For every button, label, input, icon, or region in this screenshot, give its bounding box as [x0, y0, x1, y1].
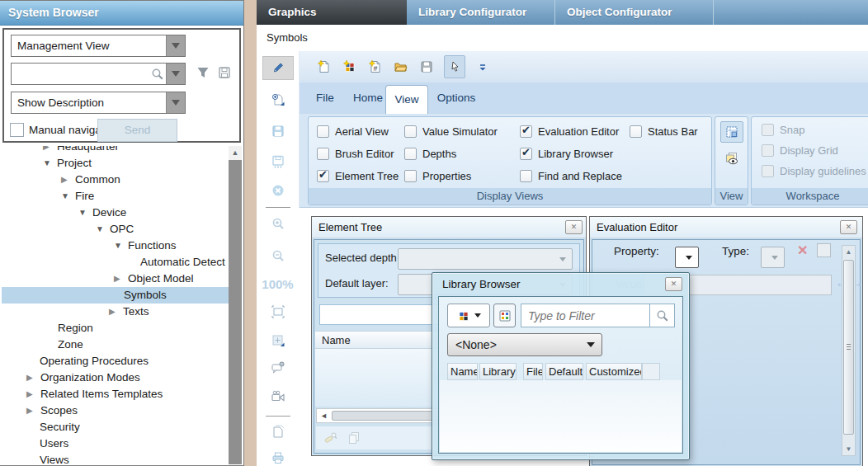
tree-item-automatic-detect[interactable]: Automatic Detect [2, 254, 229, 271]
camera-icon[interactable] [268, 388, 288, 406]
evaluation-editor-scrollbar[interactable]: ▲ ▼ [842, 245, 856, 456]
edit-key-icon[interactable] [324, 431, 337, 445]
checkbox-aerial-view[interactable]: Aerial View [317, 125, 404, 138]
tree-scrollbar[interactable]: ▲ [229, 146, 242, 464]
view-mode-button[interactable] [493, 304, 516, 327]
selected-depth-dropdown[interactable] [398, 248, 573, 270]
library-table-body[interactable] [440, 380, 682, 452]
add-page-icon[interactable] [268, 92, 288, 109]
scroll-left-icon[interactable]: ◄ [317, 409, 331, 422]
property-dropdown[interactable] [675, 247, 699, 268]
tree-item-users[interactable]: Users [2, 435, 229, 452]
search-button[interactable] [649, 304, 675, 327]
comment-icon[interactable] [268, 360, 288, 377]
app-tab-graphics[interactable]: Graphics [257, 0, 407, 25]
checkbox-box[interactable] [404, 170, 417, 182]
overflow-icon[interactable] [474, 59, 491, 75]
select-cursor-icon[interactable] [444, 55, 465, 78]
delete-icon[interactable]: ✕ [797, 242, 808, 258]
checkbox-box[interactable] [762, 165, 774, 177]
checkbox-evaluation-editor[interactable]: Evaluation Editor [520, 125, 630, 138]
checkbox-box[interactable] [520, 125, 532, 138]
checkbox-box[interactable] [404, 125, 417, 138]
document-tab-symbols[interactable]: Symbols [257, 25, 318, 51]
tree-item-object-model[interactable]: ▶Object Model [2, 271, 229, 287]
save-as-icon[interactable] [268, 153, 288, 170]
collapse-icon[interactable]: ▼ [114, 238, 122, 254]
checkbox-box[interactable] [762, 144, 774, 157]
search-input[interactable] [11, 63, 186, 85]
search-dropdown-button[interactable] [166, 64, 185, 84]
column-header-default[interactable]: Default [545, 363, 583, 380]
tree-item-fire[interactable]: ▼Fire [2, 188, 229, 205]
element-tree-titlebar[interactable]: Element Tree ✕ [312, 217, 586, 238]
library-selector-button[interactable] [447, 304, 490, 327]
tree-item-security[interactable]: Security [2, 419, 229, 435]
scroll-down-icon[interactable]: ▼ [842, 443, 855, 455]
tree-item-zone[interactable]: Zone [2, 337, 229, 353]
close-icon[interactable]: ✕ [665, 277, 682, 291]
grid-view-icon[interactable] [720, 121, 743, 143]
expand-icon[interactable]: ▶ [114, 271, 120, 287]
tree-item-related-items-templates[interactable]: ▶Related Items Templates [2, 386, 229, 402]
checkbox-display-guidelines[interactable]: Display guidelines [762, 165, 866, 177]
tree-item-opc[interactable]: ▼OPC [2, 221, 229, 238]
expand-icon[interactable]: ▶ [26, 386, 33, 402]
filter-input[interactable] [521, 304, 650, 327]
zoom-out-icon[interactable] [268, 247, 288, 264]
print-icon[interactable] [268, 449, 288, 466]
checkbox-value-simulator[interactable]: Value Simulator [404, 125, 520, 138]
ribbon-tab-home[interactable]: Home [347, 82, 389, 114]
grid-options-icon[interactable] [268, 332, 288, 350]
save-disabled-icon[interactable] [418, 59, 435, 75]
tree-item-texts[interactable]: ▶Texts [2, 304, 229, 320]
ribbon-tab-file[interactable]: File [306, 82, 344, 114]
checkbox-box[interactable] [317, 170, 329, 182]
page-icon[interactable] [268, 423, 288, 440]
scroll-up-icon[interactable]: ▲ [842, 246, 855, 258]
column-header-customized[interactable]: Customized [586, 363, 642, 380]
checkbox-box[interactable] [317, 125, 329, 138]
tree-item-symbols[interactable]: Symbols [2, 287, 229, 304]
expand-icon[interactable]: ▶ [61, 172, 68, 188]
app-tab-library-configurator[interactable]: Library Configurator [407, 0, 555, 25]
tree-item-scopes[interactable]: ▶Scopes [2, 402, 229, 419]
expand-icon[interactable]: ▶ [26, 402, 33, 419]
new-file-icon[interactable] [316, 59, 333, 75]
checkbox-box[interactable] [404, 148, 417, 160]
tree-scrollbar-thumb[interactable] [229, 160, 242, 464]
view-mode-dropdown[interactable]: Management View [11, 35, 186, 57]
expand-icon[interactable]: ▶ [26, 370, 33, 386]
checkbox-box[interactable] [520, 170, 532, 182]
pen-icon[interactable] [262, 56, 294, 80]
close-icon[interactable] [268, 181, 288, 199]
checkbox-properties[interactable]: Properties [404, 170, 520, 182]
tree-item-project[interactable]: ▼Project [2, 155, 229, 172]
close-icon[interactable]: ✕ [565, 220, 583, 234]
manual-navigation-checkbox[interactable] [10, 123, 24, 137]
collapse-icon[interactable]: ▼ [61, 188, 69, 205]
checkbox-box[interactable] [317, 148, 329, 160]
column-header-file[interactable]: File [523, 363, 543, 380]
column-header-library[interactable]: Library [479, 363, 517, 380]
description-dropdown-button[interactable] [166, 92, 185, 113]
open-icon[interactable] [393, 59, 409, 75]
library-browser-titlebar[interactable]: Library Browser ✕ [432, 273, 689, 295]
checkbox-status-bar[interactable]: Status Bar [630, 125, 705, 138]
new-object-icon[interactable] [342, 59, 358, 75]
tree-item-functions[interactable]: ▼Functions [2, 238, 229, 254]
layers-visibility-icon[interactable] [720, 148, 743, 169]
type-dropdown[interactable] [761, 247, 785, 268]
scroll-up-icon[interactable]: ▲ [229, 146, 242, 159]
checkbox-depths[interactable]: Depths [404, 148, 520, 160]
view-mode-dropdown-button[interactable] [166, 35, 185, 56]
tree-item-region[interactable]: Region [2, 320, 229, 337]
checkbox-brush-editor[interactable]: Brush Editor [317, 148, 404, 160]
ribbon-tab-view[interactable]: View [385, 85, 428, 114]
tree-item-device[interactable]: ▼Device [2, 205, 229, 221]
expand-icon[interactable]: ▶ [109, 304, 116, 320]
system-browser-titlebar[interactable]: System Browser [0, 1, 243, 26]
close-icon[interactable]: ✕ [840, 220, 857, 234]
filter-icon[interactable] [196, 66, 215, 84]
ribbon-tab-options[interactable]: Options [432, 82, 481, 114]
